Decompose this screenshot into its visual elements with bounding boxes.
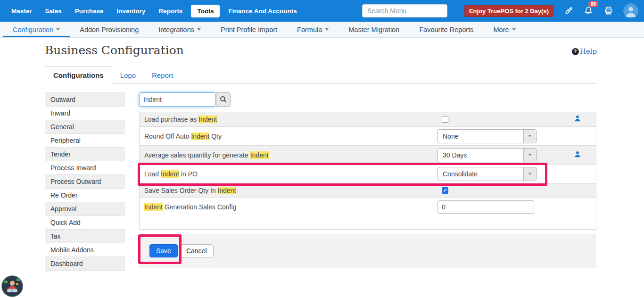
- topbar-right-cluster: Enjoy TruePOS for 2 Day(s) 86: [464, 0, 638, 22]
- chevron-down-icon: [528, 154, 532, 156]
- select-dropdown-button[interactable]: [523, 130, 536, 143]
- chevron-down-icon: [56, 28, 60, 31]
- tab-report[interactable]: Report: [144, 67, 181, 83]
- sidebar-item-approval[interactable]: Approval: [45, 202, 125, 216]
- setting-label: Load purchase as Indent: [140, 116, 217, 123]
- subnav-formula[interactable]: Formula: [287, 22, 339, 37]
- sidebar-item-outward[interactable]: Outward: [45, 93, 125, 107]
- menu-sales[interactable]: Sales: [39, 5, 68, 17]
- support-chat-widget[interactable]: [1, 275, 23, 297]
- menu-inventory[interactable]: Inventory: [110, 5, 152, 17]
- setting-row-indent-generation-sales-config: Indent Generation Sales Config: [140, 198, 596, 216]
- load-purchase-as-indent-checkbox[interactable]: [442, 116, 448, 123]
- user-avatar[interactable]: [623, 3, 638, 18]
- setting-label: Save Sales Order Qty In Indent: [140, 187, 236, 194]
- subnav-more[interactable]: More: [483, 22, 525, 37]
- tab-bar: Configurations Logo Report: [45, 66, 596, 84]
- menu-master[interactable]: Master: [5, 5, 39, 17]
- menu-tools[interactable]: Tools: [191, 5, 220, 17]
- label-text: Save Sales Order Qty In: [144, 187, 218, 194]
- sidebar-item-dashboard[interactable]: Dashboard: [45, 257, 125, 271]
- chevron-down-icon: [325, 28, 329, 31]
- user-level-setting-icon[interactable]: [574, 115, 581, 124]
- config-search-input[interactable]: [139, 92, 215, 107]
- average-sales-quantity-select[interactable]: 30 Days: [438, 148, 537, 162]
- help-link[interactable]: ? Help: [572, 47, 597, 56]
- subnav-label: Integrations: [158, 26, 194, 33]
- config-category-sidebar: Outward Inward General Peripheral Tender…: [45, 92, 125, 271]
- subnav-master-migration[interactable]: Master Migration: [339, 22, 409, 37]
- tab-logo[interactable]: Logo: [112, 67, 144, 83]
- sidebar-item-mobile-addons[interactable]: Mobile Addons: [45, 243, 125, 257]
- chevron-down-icon: [197, 28, 201, 31]
- select-dropdown-button[interactable]: [523, 167, 536, 181]
- setting-row-round-off-auto-indent-qty: Round Off Auto Indent Qty None: [140, 127, 596, 146]
- save-button[interactable]: Save: [149, 244, 178, 257]
- chevron-down-icon: [528, 135, 532, 137]
- subnav-addon-provisioning[interactable]: Addon Provisioning: [70, 22, 149, 37]
- highlighted-term: Indent: [161, 170, 179, 178]
- sidebar-item-quick-add[interactable]: Quick Add: [45, 216, 125, 230]
- help-icon: ?: [572, 48, 579, 55]
- notification-count-badge: 86: [588, 1, 598, 7]
- label-text: Round Off Auto: [144, 132, 191, 140]
- sidebar-item-tax[interactable]: Tax: [45, 230, 125, 243]
- setting-label: Round Off Auto Indent Qty: [140, 132, 222, 140]
- sidebar-item-process-outward[interactable]: Process Outward: [45, 175, 125, 189]
- top-navigation-bar: Master Sales Purchase Inventory Reports …: [0, 0, 644, 22]
- config-main-panel: Load purchase as Indent Round Off Auto I…: [139, 92, 596, 268]
- main-menu: Master Sales Purchase Inventory Reports …: [5, 5, 304, 17]
- menu-finance-and-accounts[interactable]: Finance And Accounts: [222, 5, 303, 17]
- selected-value: Consolidate: [438, 167, 523, 181]
- user-level-setting-icon[interactable]: [574, 150, 581, 159]
- page-title: Business Configuration: [45, 43, 184, 57]
- selected-value: 30 Days: [438, 149, 523, 162]
- cancel-button[interactable]: Cancel: [180, 244, 214, 257]
- configuration-sub-navigation: Configuration Addon Provisioning Integra…: [0, 22, 644, 38]
- theme-brush-icon[interactable]: [562, 5, 574, 17]
- round-off-auto-indent-qty-select[interactable]: None: [438, 129, 537, 143]
- chevron-down-icon: [528, 173, 532, 174]
- printer-icon[interactable]: [603, 5, 614, 17]
- highlighted-term: Indent: [198, 116, 217, 123]
- subnav-configuration[interactable]: Configuration: [3, 22, 70, 37]
- subnav-label: Master Migration: [348, 26, 399, 33]
- subnav-print-profile-import[interactable]: Print Profile Import: [211, 22, 287, 37]
- setting-row-load-purchase-as-indent: Load purchase as Indent: [140, 112, 596, 127]
- subnav-label: Formula: [297, 26, 322, 33]
- help-label: Help: [580, 47, 597, 56]
- config-search-row: [139, 92, 596, 107]
- label-text: Generation Sales Config: [163, 203, 236, 211]
- subnav-label: Configuration: [13, 26, 53, 33]
- setting-row-save-sales-order-qty: Save Sales Order Qty In Indent: [140, 183, 596, 198]
- label-text: Load: [144, 170, 161, 178]
- select-dropdown-button[interactable]: [523, 149, 536, 162]
- save-sales-order-qty-checkbox[interactable]: [442, 187, 448, 194]
- trial-badge[interactable]: Enjoy TruePOS for 2 Day(s): [464, 5, 553, 17]
- sidebar-item-general[interactable]: General: [45, 120, 125, 134]
- subnav-label: Print Profile Import: [221, 26, 277, 33]
- search-icon: [220, 96, 227, 103]
- sidebar-item-inward[interactable]: Inward: [45, 107, 125, 120]
- setting-label: Load Indent in PO: [140, 170, 198, 178]
- highlighted-term: Indent: [250, 151, 269, 159]
- tab-configurations[interactable]: Configurations: [45, 66, 112, 84]
- label-text: in PO: [179, 170, 198, 178]
- sidebar-item-peripheral[interactable]: Peripheral: [45, 134, 125, 148]
- sidebar-item-process-inward[interactable]: Process Inward: [45, 161, 125, 175]
- search-button[interactable]: [216, 92, 231, 107]
- form-footer: Save Cancel: [139, 234, 596, 268]
- highlighted-term: Indent: [144, 203, 163, 211]
- indent-generation-sales-config-input[interactable]: [438, 200, 534, 214]
- setting-row-load-indent-in-po: Load Indent in PO Consolidate: [140, 165, 596, 183]
- sidebar-item-tender[interactable]: Tender: [45, 148, 125, 161]
- search-menu-input[interactable]: [362, 4, 447, 17]
- sidebar-item-re-order[interactable]: Re Order: [45, 189, 125, 202]
- subnav-integrations[interactable]: Integrations: [149, 22, 211, 37]
- load-indent-in-po-select[interactable]: Consolidate: [438, 167, 537, 181]
- menu-purchase[interactable]: Purchase: [68, 5, 110, 17]
- notifications-bell-icon[interactable]: 86: [583, 5, 594, 17]
- setting-row-average-sales-quantity: Average sales quantity for generate Inde…: [140, 146, 596, 165]
- menu-reports[interactable]: Reports: [152, 5, 189, 17]
- subnav-favourite-reports[interactable]: Favourite Reports: [409, 22, 483, 37]
